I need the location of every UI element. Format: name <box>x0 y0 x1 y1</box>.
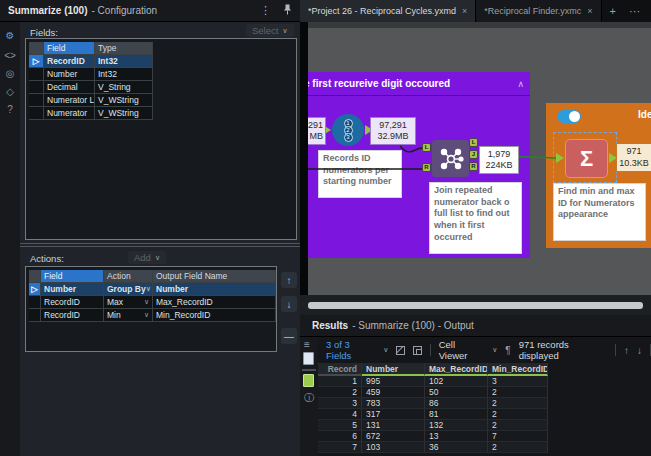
tab-project-26[interactable]: *Project 26 - Reciprocal Cycles.yxmd × <box>300 0 476 22</box>
cell-viewer-dropdown[interactable]: Cell Viewer <box>439 339 485 361</box>
tool-annotation: 97,291 32.9MB <box>370 117 416 145</box>
arrow-up-icon[interactable]: ↑ <box>624 345 629 356</box>
tag-icon[interactable]: ◇ <box>0 86 20 97</box>
recordid-tool[interactable]: 1 2 3 <box>332 114 364 146</box>
help-icon[interactable]: ? <box>0 104 20 115</box>
horizontal-scrollbar[interactable] <box>308 302 643 309</box>
table-row[interactable]: ▷ RecordID Int32 <box>29 55 153 68</box>
annotation-line: 224KB <box>480 160 518 171</box>
close-icon[interactable]: × <box>587 6 592 16</box>
pin-icon[interactable] <box>283 4 292 17</box>
column-header-record[interactable]: Record <box>318 363 362 376</box>
remove-button[interactable]: — <box>281 328 297 344</box>
field-cell: RecordID <box>41 296 104 309</box>
table-row[interactable]: RecordID Min ∨ Min_RecordID <box>29 309 276 322</box>
tab-label: *Reciprocal Finder.yxmc <box>484 6 581 16</box>
annotation-line: 1,979 <box>480 149 518 160</box>
table-row[interactable]: Number Int32 <box>29 68 153 81</box>
document-tabbar: *Project 26 - Reciprocal Cycles.yxmd × *… <box>300 0 651 22</box>
chevron-down-icon: ∨ <box>282 27 287 35</box>
pilcrow-icon[interactable]: ¶ <box>505 345 510 356</box>
join-output-anchor-j[interactable]: J <box>469 150 478 159</box>
output-column-header[interactable]: Output Field Name <box>153 270 276 283</box>
join-tool[interactable] <box>432 140 469 177</box>
collapse-chevron-icon[interactable]: ∧ <box>517 79 524 89</box>
move-up-button[interactable]: ↑ <box>281 272 297 288</box>
field-cell: RecordID <box>44 55 95 68</box>
type-cell: V_String <box>95 81 153 94</box>
table-row: 3 783 86 2 <box>318 398 548 409</box>
close-icon[interactable]: × <box>462 6 467 16</box>
comment-records-id[interactable]: Records ID numerators per starting numbe… <box>318 150 402 198</box>
type-cell: Int32 <box>95 55 153 68</box>
copy-icon[interactable] <box>413 346 422 355</box>
arrow-down-icon[interactable]: ↓ <box>637 345 642 356</box>
join-output-anchor-l[interactable]: L <box>469 138 478 147</box>
chevron-down-icon: ∨ <box>144 296 149 308</box>
code-icon[interactable]: <> <box>0 50 20 61</box>
input-page-icon[interactable] <box>303 352 314 365</box>
comment-join-repeated[interactable]: Join repeated numerator back o full list… <box>429 182 522 254</box>
type-cell: Int32 <box>95 68 153 81</box>
vertical-splitter[interactable] <box>300 22 308 295</box>
row-selector[interactable] <box>29 68 44 81</box>
row-selector[interactable] <box>29 296 41 309</box>
annotation-line: MB <box>308 131 323 142</box>
comment-find-min-max[interactable]: Find min and max ID for Numerators appea… <box>553 183 646 241</box>
new-tab-button[interactable]: + <box>602 0 624 22</box>
fields-dropdown[interactable]: 3 of 3 Fields <box>326 339 375 361</box>
field-column-header[interactable]: Field <box>41 270 104 283</box>
select-button[interactable]: Select ∨ <box>246 24 294 37</box>
edit-icon[interactable] <box>396 346 405 355</box>
tab-reciprocal-finder[interactable]: *Reciprocal Finder.yxmc × <box>476 0 601 22</box>
move-down-button[interactable]: ↓ <box>281 296 297 312</box>
join-output-anchor-r[interactable]: R <box>469 162 478 171</box>
table-row[interactable]: ▷ Number Group By ∨ Number <box>29 283 276 296</box>
column-header-max-recordid[interactable]: Max_RecordID <box>425 363 488 376</box>
row-selector[interactable] <box>29 81 44 94</box>
join-input-anchor-r[interactable]: R <box>422 163 431 172</box>
configuration-panel: Summarize (100) - Configuration ⋮ ⚙ <> ◎… <box>0 0 300 456</box>
row-selector[interactable] <box>29 107 44 120</box>
panel-splitter[interactable] <box>20 243 300 247</box>
table-row[interactable]: Numerator V_WString <box>29 107 153 120</box>
type-column-header[interactable]: Type <box>95 42 153 55</box>
table-row[interactable]: RecordID Max ∨ Max_RecordID <box>29 296 276 309</box>
config-title: Summarize (100) <box>8 5 87 16</box>
info-icon[interactable]: ⓘ <box>304 391 314 405</box>
annotation-line: 971 <box>617 146 651 157</box>
field-column-header[interactable]: Field <box>44 42 95 55</box>
row-selector[interactable]: ▷ <box>29 283 41 296</box>
output-anchor-icon[interactable] <box>303 374 314 387</box>
add-button[interactable]: Add ∨ <box>128 251 166 264</box>
row-number: 7 <box>318 442 362 453</box>
records-displayed: 971 records displayed <box>519 339 607 361</box>
target-icon[interactable]: ◎ <box>0 68 20 79</box>
row-selector[interactable]: ▷ <box>29 55 44 68</box>
workflow-canvas[interactable]: e first recureive digit occoured ∧ Iden … <box>308 22 651 295</box>
action-dropdown[interactable]: Max ∨ <box>104 296 153 309</box>
summarize-tool[interactable]: Σ <box>565 139 608 178</box>
output-cell[interactable]: Min_RecordID <box>153 309 276 322</box>
input-anchor-arrow[interactable] <box>556 153 564 163</box>
output-cell[interactable]: Max_RecordID <box>153 296 276 309</box>
cell: 36 <box>425 442 488 453</box>
action-column-header[interactable]: Action <box>104 270 153 283</box>
container-toggle[interactable] <box>557 110 581 123</box>
column-header-number[interactable]: Number <box>362 363 425 376</box>
row-selector[interactable] <box>29 94 44 107</box>
join-input-anchor-l[interactable]: L <box>422 143 431 152</box>
output-cell[interactable]: Number <box>153 283 276 296</box>
gear-icon[interactable]: ⚙ <box>0 30 20 41</box>
column-header-min-recordid[interactable]: Min_RecordID <box>488 363 548 376</box>
row-selector[interactable] <box>29 309 41 322</box>
menu-icon[interactable]: ≡ <box>304 339 310 350</box>
table-row[interactable]: Decimal V_String <box>29 81 153 94</box>
table-row[interactable]: Numerator List V_WString <box>29 94 153 107</box>
more-tabs-button[interactable]: ⋯ <box>624 0 646 22</box>
cell: 2 <box>488 442 548 453</box>
kebab-menu-icon[interactable]: ⋮ <box>260 4 271 17</box>
fields-table: Field Type ▷ RecordID Int32 Number Int32… <box>29 42 153 120</box>
action-dropdown[interactable]: Group By ∨ <box>104 283 153 296</box>
action-dropdown[interactable]: Min ∨ <box>104 309 153 322</box>
